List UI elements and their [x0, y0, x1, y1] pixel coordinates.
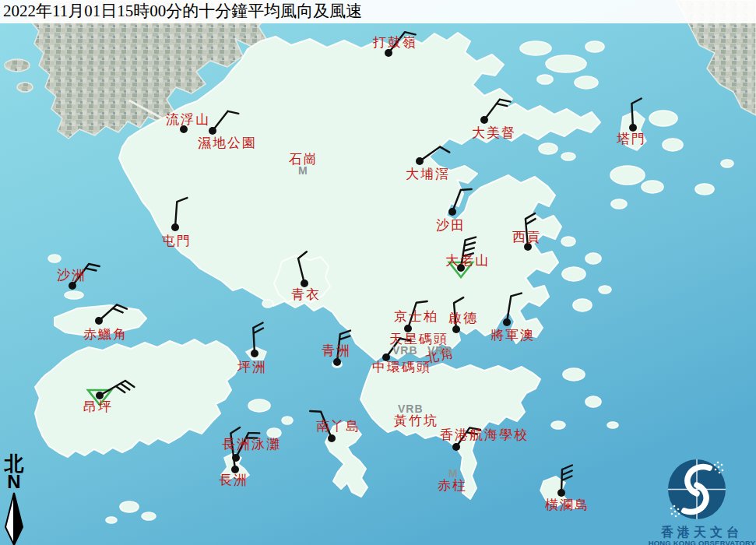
variable-wind-marker: VRB	[398, 403, 424, 414]
hko-name-english: HONG KONG OBSERVATORY	[648, 539, 756, 545]
station-label: 大老山	[445, 254, 490, 267]
station-label: 長洲泳灘	[222, 438, 281, 451]
station-label: 橫瀾島	[545, 498, 589, 512]
station-label: 長洲	[219, 473, 248, 487]
station-label: 中環碼頭	[372, 360, 431, 374]
station-label: 啟德	[448, 311, 478, 325]
compass-arrow-icon	[2, 491, 26, 545]
station-labels-layer: 打鼓嶺流浮山濕地公園石崗M屯門大美督大埔滘塔門沙田西貢大老山沙洲赤鱲角青衣坪洲昂…	[0, 0, 756, 545]
station-label: 西貢	[512, 230, 542, 244]
station-label: 坪洲	[237, 360, 267, 374]
station-label: 大埔滘	[406, 167, 450, 181]
weather-map-page: 打鼓嶺流浮山濕地公園石崗M屯門大美督大埔滘塔門沙田西貢大老山沙洲赤鱲角青衣坪洲昂…	[0, 0, 756, 545]
station-label: 赤柱	[438, 479, 467, 492]
missing-data-marker: M	[298, 165, 308, 176]
station-label: 沙洲	[57, 269, 86, 282]
missing-data-marker: M	[448, 468, 459, 479]
station-label: 青洲	[322, 344, 351, 357]
station-label: 大美督	[472, 126, 516, 139]
station-label: 赤鱲角	[83, 328, 128, 341]
hko-logo: 香港天文台 HONG KONG OBSERVATORY	[648, 456, 756, 545]
variable-wind-marker: VRB	[392, 345, 418, 356]
station-label: 黃竹坑	[394, 414, 438, 427]
hko-emblem-icon	[648, 456, 756, 522]
compass-north-letter: N	[2, 473, 26, 491]
station-label: 塔門	[617, 132, 646, 146]
station-label: 打鼓嶺	[373, 36, 417, 49]
station-label: 屯門	[162, 234, 192, 248]
station-label: 昂坪	[83, 400, 113, 413]
station-label: 南丫島	[316, 420, 360, 433]
station-label: 濕地公園	[198, 136, 257, 149]
station-label: 流浮山	[166, 113, 210, 126]
map-title: 2022年11月01日15時00分的十分鐘平均風向及風速	[0, 0, 756, 23]
hko-name-chinese: 香港天文台	[648, 526, 756, 539]
station-label: 青衣	[291, 288, 321, 301]
station-label: 沙田	[436, 219, 466, 232]
station-label: 京士柏	[394, 310, 438, 323]
variable-wind-marker: VRB	[427, 345, 453, 356]
station-label: 香港航海學校	[440, 428, 529, 441]
north-compass: 北 N	[2, 454, 26, 545]
station-label: 將軍澳	[491, 329, 535, 342]
